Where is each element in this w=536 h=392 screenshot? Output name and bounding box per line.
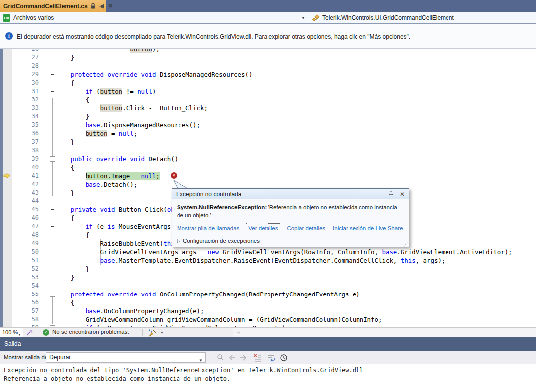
document-health-icon[interactable] [26, 329, 33, 338]
pin-icon[interactable] [388, 191, 394, 197]
code-line-32[interactable]: 32 { [0, 96, 536, 104]
code-text: } [56, 138, 74, 146]
code-text: base.Detach(); [56, 180, 137, 189]
separator [142, 329, 143, 336]
fold-collapse-box[interactable] [39, 155, 56, 163]
code-line-52[interactable]: 52 } [0, 265, 536, 273]
code-text: { [56, 163, 74, 172]
line-number: 39 [0, 155, 39, 163]
separator [249, 354, 249, 361]
timestamp-clock-icon[interactable] [279, 353, 288, 362]
scroll-left-icon[interactable]: ◄ [236, 330, 240, 335]
show-call-stack-link[interactable]: Mostrar pila de llamadas [177, 224, 239, 232]
code-line-56[interactable]: 56 { [0, 298, 536, 307]
code-line-26[interactable]: 26 button); [0, 49, 536, 53]
fold-margin [39, 256, 56, 265]
code-line-55[interactable]: 55 protected override void OnColumnPrope… [0, 290, 536, 298]
tab-gridcommandcellelement[interactable]: GridCommandCellElement.cs ✕ [0, 0, 106, 12]
code-line-30[interactable]: 30 { [0, 79, 536, 87]
code-line-58[interactable]: 58 GridViewCommandColumn gridViewCommand… [0, 315, 536, 324]
code-line-42[interactable]: 42 base.Detach(); [0, 180, 536, 189]
clear-all-icon[interactable] [253, 353, 262, 362]
code-line-35[interactable]: 35 base.DisposeManagedResources(); [0, 121, 536, 129]
code-line-38[interactable]: 38 [0, 146, 536, 155]
output-source-dropdown[interactable]: Depurar ▼ [46, 352, 206, 363]
code-text: button = null; [56, 129, 137, 138]
word-wrap-icon[interactable] [267, 353, 275, 362]
fold-margin [39, 96, 56, 104]
horizontal-scrollbar[interactable]: ◄ [233, 328, 536, 337]
pin-icon[interactable] [99, 3, 105, 9]
code-text: button); [56, 49, 160, 53]
fold-collapse-box[interactable] [39, 87, 56, 96]
fold-collapse-box[interactable] [39, 324, 56, 327]
code-line-39[interactable]: 39 public override void Detach() [0, 155, 536, 163]
class-icon [312, 14, 321, 23]
resize-grip[interactable]: ⋰ [403, 242, 408, 247]
exception-settings-expander[interactable]: ▷ Configuración de excepciones [177, 237, 404, 245]
line-number: 47 [0, 222, 39, 231]
popup-title: Excepción no controlada [176, 191, 388, 197]
code-line-51[interactable]: 51 base.MasterTemplate.EventDispatcher.R… [0, 256, 536, 265]
link-separator [243, 225, 243, 232]
code-line-57[interactable]: 57 base.OnColumnPropertyChanged(e); [0, 307, 536, 315]
output-panel-title[interactable]: Salida [0, 337, 536, 351]
code-line-50[interactable]: 50 GridViewCellEventArgs args = new Grid… [0, 248, 536, 256]
no-problems-check-icon: ✓ [43, 329, 49, 336]
code-line-36[interactable]: 36 button = null; [0, 129, 536, 138]
project-dropdown[interactable]: Archivos varios [13, 14, 54, 21]
code-line-34[interactable]: 34 } [0, 112, 536, 121]
code-line-41[interactable]: 41 button.Image = null;✕ [0, 172, 536, 180]
code-text: { [56, 96, 89, 104]
exception-type: System.NullReferenceException: [177, 204, 267, 210]
output-toolbar: Mostrar salida de: Depurar ▼ [0, 351, 536, 364]
output-line: Excepción no controlada del tipo 'System… [0, 364, 536, 375]
code-line-29[interactable]: 29 protected override void DisposeManage… [0, 70, 536, 79]
fold-collapse-box[interactable] [39, 205, 56, 214]
fold-margin [39, 180, 56, 189]
line-number: 43 [0, 189, 39, 197]
exception-error-icon[interactable]: ✕ [171, 172, 177, 179]
code-line-53[interactable]: 53 } [0, 273, 536, 282]
chevron-down-icon[interactable]: ▼ [160, 331, 164, 334]
code-line-31[interactable]: 31 if (button != null) [0, 87, 536, 96]
fold-collapse-box[interactable] [39, 290, 56, 298]
code-line-59[interactable]: 59 if (e.Property == GridViewCommandColu… [0, 324, 536, 327]
code-line-28[interactable]: 28 [0, 62, 536, 70]
code-line-27[interactable]: 27 } [0, 53, 536, 62]
previous-message-icon[interactable] [228, 353, 237, 362]
output-text-area[interactable]: Excepción no controlada del tipo 'System… [0, 364, 536, 392]
line-number: 30 [0, 79, 39, 87]
lock-icon [90, 3, 96, 9]
code-line-33[interactable]: 33 button.Click -= Button_Click; [0, 104, 536, 112]
close-icon[interactable]: ✕ [400, 191, 405, 197]
line-number: 37 [0, 138, 39, 146]
type-dropdown[interactable]: Telerik.WinControls.UI.GridCommandCellEl… [322, 14, 454, 21]
close-icon[interactable]: ✕ [108, 3, 113, 9]
next-message-icon[interactable] [239, 353, 248, 362]
live-share-link[interactable]: Iniciar sesión de Live Share [333, 224, 403, 232]
code-text: { [56, 231, 89, 239]
code-line-37[interactable]: 37 } [0, 138, 536, 146]
popup-title-bar[interactable]: Excepción no controlada ✕ [172, 189, 409, 199]
code-text: button.Image = null;✕ [56, 172, 177, 180]
line-number: 51 [0, 256, 39, 265]
code-text: { [56, 298, 74, 307]
fold-margin [39, 214, 56, 222]
code-text: protected override void DisposeManagedRe… [56, 70, 252, 79]
code-line-40[interactable]: 40 { [0, 163, 536, 172]
find-message-icon[interactable] [216, 353, 225, 362]
code-line-54[interactable]: 54 [0, 282, 536, 290]
zoom-level-dropdown[interactable]: 100 % ▼ [0, 328, 23, 337]
editor-bottom-bar: 100 % ▼ ✓ No se encontraron problemas. ▼… [0, 327, 536, 337]
fold-collapse-box[interactable] [39, 70, 56, 79]
fold-collapse-box[interactable] [39, 222, 56, 231]
code-text: } [56, 189, 74, 197]
problems-status: No se encontraron problemas. [52, 329, 129, 335]
line-number: 52 [0, 265, 39, 273]
copy-details-link[interactable]: Copiar detalles [287, 224, 325, 232]
line-number: 46 [0, 214, 39, 222]
chevron-down-icon[interactable]: ▼ [301, 16, 305, 20]
view-details-link[interactable]: Ver detalles [247, 224, 279, 233]
code-text: { [56, 79, 74, 87]
